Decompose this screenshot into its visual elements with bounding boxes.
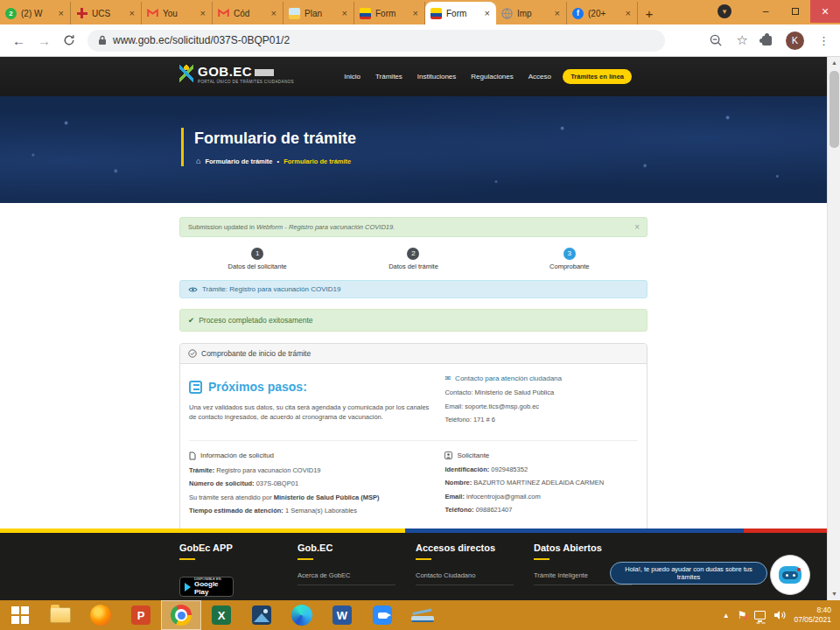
nav-instituciones[interactable]: Instituciones bbox=[417, 73, 456, 80]
bookmark-star-icon[interactable]: ☆ bbox=[737, 32, 748, 48]
scrollbar-thumb[interactable] bbox=[830, 71, 839, 148]
word-icon[interactable]: W bbox=[322, 600, 362, 630]
browser-tab-whatsapp[interactable]: 2 (2) W × bbox=[0, 2, 71, 24]
chrome-profile-chevron-icon[interactable]: ▾ bbox=[718, 4, 732, 18]
forward-button[interactable]: → bbox=[38, 33, 51, 48]
ecuador-flag-icon bbox=[430, 8, 442, 19]
minimize-button[interactable]: – bbox=[751, 0, 780, 23]
footer-link-acerca[interactable]: Acerca de GobEC bbox=[298, 571, 396, 585]
tab-close-icon[interactable]: × bbox=[58, 8, 65, 18]
firefox-icon[interactable] bbox=[80, 600, 121, 630]
tab-title: Form bbox=[375, 9, 408, 18]
solicitante-line: Identificación: 0929485352 bbox=[444, 466, 638, 473]
step-datos-solicitante[interactable]: 1 Datos del solicitante bbox=[179, 248, 335, 270]
browser-tab-gmail-1[interactable]: You × bbox=[142, 2, 213, 24]
tab-close-icon[interactable]: × bbox=[200, 8, 206, 18]
step-indicator: 1 Datos del solicitante 2 Datos del trám… bbox=[179, 248, 648, 270]
scanner-app-icon[interactable] bbox=[402, 600, 443, 630]
browser-tab-imp[interactable]: Imp × bbox=[496, 2, 567, 24]
step-datos-tramite[interactable]: 2 Datos del trámite bbox=[335, 248, 491, 270]
step-comprobante[interactable]: 3 Comprobante bbox=[492, 248, 648, 270]
url-text: www.gob.ec/solicitud/037S-0BQP01/2 bbox=[113, 34, 290, 46]
maximize-button[interactable] bbox=[780, 0, 810, 23]
reload-button[interactable] bbox=[63, 34, 75, 46]
tab-close-icon[interactable]: × bbox=[412, 8, 419, 18]
info-line: Número de solicitud: 037S-0BQP01 bbox=[189, 480, 434, 487]
footer-link-contacto[interactable]: Contacto Ciudadano bbox=[416, 571, 514, 585]
check-icon: ✔ bbox=[188, 316, 194, 325]
file-explorer-icon[interactable] bbox=[40, 600, 80, 630]
gmail-icon bbox=[147, 8, 158, 19]
alert-close-icon[interactable]: × bbox=[634, 222, 640, 232]
page-viewport: GOB.EC PORTAL ÚNICO DE TRÁMITES CIUDADAN… bbox=[0, 57, 840, 600]
address-bar[interactable]: www.gob.ec/solicitud/037S-0BQP01/2 bbox=[88, 30, 665, 52]
tab-close-icon[interactable]: × bbox=[554, 8, 561, 18]
profile-avatar[interactable]: K bbox=[786, 32, 804, 50]
browser-tab-facebook[interactable]: f (20+ × bbox=[567, 2, 638, 24]
contact-line: Teléfono: 171 # 6 bbox=[444, 416, 638, 424]
footer-col-title: GobEc APP bbox=[179, 542, 298, 553]
network-icon[interactable] bbox=[754, 611, 766, 620]
browser-tab-form-1[interactable]: Form × bbox=[354, 2, 425, 24]
tab-title: (20+ bbox=[588, 9, 620, 18]
info-section-title: Información de solicitud bbox=[189, 452, 434, 460]
google-play-badge[interactable]: DISPONIBLE EN Google Play bbox=[179, 577, 234, 597]
ecuador-flag-icon bbox=[360, 8, 371, 19]
browser-tab-planner[interactable]: Plan × bbox=[284, 2, 354, 24]
powerpoint-icon[interactable]: P bbox=[121, 600, 161, 630]
chrome-icon-active[interactable] bbox=[161, 600, 201, 630]
browser-tab-form-active[interactable]: Form × bbox=[425, 2, 496, 24]
chatbot-bubble[interactable]: Hola!, te puedo ayudar con dudas sobre t… bbox=[610, 562, 767, 584]
tab-close-icon[interactable]: × bbox=[625, 8, 632, 18]
browser-tab-gmail-2[interactable]: Cód × bbox=[213, 2, 284, 24]
scroll-down-arrow[interactable]: ▼ bbox=[828, 588, 840, 600]
step-label: Datos del trámite bbox=[335, 262, 491, 270]
site-logo[interactable]: GOB.EC PORTAL ÚNICO DE TRÁMITES CIUDADAN… bbox=[179, 64, 294, 84]
zoom-out-icon[interactable] bbox=[710, 34, 723, 47]
tramites-en-linea-button[interactable]: Trámites en línea bbox=[563, 69, 632, 84]
photos-app-icon[interactable] bbox=[242, 600, 282, 630]
tab-title: (2) W bbox=[21, 9, 53, 18]
scroll-up-arrow[interactable]: ▲ bbox=[828, 57, 840, 69]
breadcrumb: ⌂ Formulario de trámite • Formulario de … bbox=[196, 157, 351, 165]
nav-tramites[interactable]: Trámites bbox=[375, 73, 402, 80]
tab-close-icon[interactable]: × bbox=[129, 8, 136, 18]
page-title: Formulario de trámite bbox=[194, 130, 356, 148]
start-button[interactable] bbox=[0, 600, 40, 630]
browser-tab-strip: 2 (2) W × UCS × You × Cód × Plan × Form … bbox=[0, 0, 840, 24]
lock-icon[interactable] bbox=[98, 35, 107, 46]
tab-title: Plan bbox=[304, 9, 337, 18]
volume-icon[interactable] bbox=[774, 610, 786, 620]
zoom-app-icon[interactable] bbox=[362, 600, 402, 630]
solicitante-line: Teléfono: 0988621407 bbox=[444, 506, 638, 514]
nav-inicio[interactable]: Inicio bbox=[344, 73, 360, 80]
step-circle: 1 bbox=[251, 248, 263, 260]
chatbot-robot-icon[interactable] bbox=[770, 555, 810, 595]
security-flag-icon[interactable]: ⚑✗ bbox=[738, 609, 747, 621]
alert-text: Submission updated in bbox=[188, 223, 256, 231]
info-line: Trámite: Registro para vacunación COVID1… bbox=[189, 466, 434, 474]
windows-taskbar: P X W ▲ ⚑✗ 8:40 07/05/2021 bbox=[0, 600, 840, 630]
edge-icon[interactable] bbox=[282, 600, 322, 630]
circle-check-icon bbox=[188, 349, 197, 358]
breadcrumb-root[interactable]: Formulario de trámite bbox=[205, 158, 272, 165]
nav-regulaciones[interactable]: Regulaciones bbox=[471, 73, 513, 80]
home-icon[interactable]: ⌂ bbox=[196, 157, 200, 165]
tab-close-icon[interactable]: × bbox=[270, 8, 277, 18]
extensions-icon[interactable] bbox=[762, 36, 772, 46]
back-button[interactable]: ← bbox=[12, 33, 25, 48]
browser-tab-ucsg[interactable]: UCS × bbox=[71, 2, 142, 24]
facebook-icon: f bbox=[572, 8, 584, 19]
browser-menu-icon[interactable]: ⋮ bbox=[818, 34, 830, 47]
close-button[interactable]: × bbox=[810, 0, 840, 23]
tab-close-icon[interactable]: × bbox=[484, 8, 491, 18]
taskbar-clock[interactable]: 8:40 07/05/2021 bbox=[794, 606, 831, 626]
new-tab-button[interactable]: + bbox=[638, 2, 661, 24]
page-scrollbar[interactable]: ▲ ▼ bbox=[827, 57, 840, 600]
tab-close-icon[interactable]: × bbox=[341, 8, 348, 18]
nav-acceso[interactable]: Acceso bbox=[528, 73, 551, 80]
excel-icon[interactable]: X bbox=[201, 600, 242, 630]
play-badge-line2: Google Play bbox=[194, 581, 228, 597]
main-content: Submission updated in Webform - Registro… bbox=[179, 203, 648, 560]
tray-expand-icon[interactable]: ▲ bbox=[723, 612, 730, 620]
